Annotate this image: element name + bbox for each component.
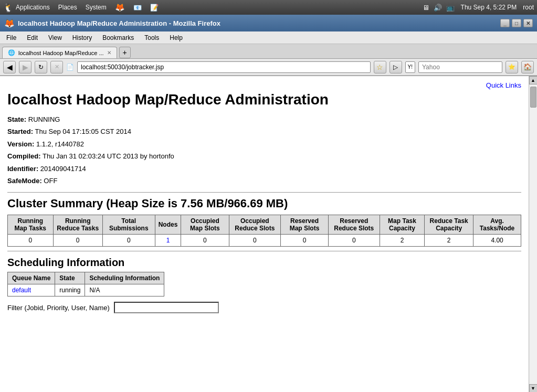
col-res-map: Reserved Map Slots	[281, 215, 329, 235]
address-input[interactable]	[77, 61, 371, 73]
applications-menu[interactable]: Applications	[16, 4, 50, 11]
scroll-thumb[interactable]	[530, 87, 536, 108]
bookmark-star[interactable]: ☆	[374, 61, 386, 73]
state-value: RUNNING	[28, 115, 60, 123]
filter-input[interactable]	[114, 302, 219, 313]
total-submissions-val: 0	[102, 235, 155, 247]
username: root	[523, 4, 534, 11]
compiled-label: Compiled:	[7, 152, 41, 160]
menu-bookmarks[interactable]: Bookmarks	[98, 33, 138, 43]
volume-icon: 🔊	[434, 4, 442, 12]
close-button[interactable]: ✕	[523, 19, 533, 27]
filter-label: Filter (Jobid, Priority, User, Name)	[7, 304, 110, 312]
scrollbar-right: ▲ ▼	[529, 76, 537, 392]
scroll-down-button[interactable]: ▼	[529, 384, 538, 392]
identifier-value: 201409041714	[40, 165, 86, 173]
col-map-cap: Map Task Capacity	[380, 215, 424, 235]
sched-state-val: running	[55, 284, 85, 296]
scheduling-table: Queue Name State Scheduling Information …	[7, 272, 164, 296]
version-value: 1.1.2, r1440782	[36, 140, 84, 148]
col-occ-map: Occupied Map Slots	[181, 215, 229, 235]
sched-data-row: default running N/A	[8, 284, 164, 296]
version-label: Version:	[7, 140, 34, 148]
running-map-val: 0	[8, 235, 54, 247]
state-label: State:	[7, 115, 26, 123]
back-button[interactable]: ◀	[3, 61, 16, 73]
forward-button[interactable]: ▶	[19, 61, 31, 73]
col-running-map: Running Map Tasks	[8, 215, 54, 235]
os-taskbar: 🐧 Applications Places System 🦊 📧 📝 🖥 🔊 📺…	[0, 0, 537, 15]
cluster-summary-title: Cluster Summary (Heap Size is 7.56 MB/96…	[7, 197, 521, 210]
cluster-table: Running Map Tasks Running Reduce Tasks T…	[7, 215, 521, 247]
menu-history[interactable]: History	[68, 33, 96, 43]
network-icon: 🖥	[423, 4, 429, 12]
cluster-data-row: 0 0 0 1 0 0 0 0 2 2 4.00	[8, 235, 521, 247]
menu-file[interactable]: File	[2, 33, 20, 43]
places-menu[interactable]: Places	[58, 4, 77, 11]
queue-link[interactable]: default	[12, 287, 31, 294]
started-label: Started:	[7, 128, 33, 135]
nodes-link[interactable]: 1	[166, 237, 170, 244]
avg-tasks-val: 4.00	[473, 235, 521, 247]
page-icon: 📄	[66, 63, 74, 71]
quick-links-link[interactable]: Quick Links	[486, 81, 521, 89]
tab-bar: 🌐 localhost Hadoop Map/Reduce ... ✕ +	[0, 44, 537, 59]
reload-button[interactable]: ↻	[35, 61, 47, 73]
menu-help[interactable]: Help	[165, 33, 187, 43]
go-button[interactable]: ▷	[389, 61, 402, 73]
nodes-val: 1	[155, 235, 181, 247]
browser-chrome: 🦊 localhost Hadoop Map/Reduce Administra…	[0, 15, 537, 76]
occ-reduce-val: 0	[229, 235, 281, 247]
map-cap-val: 2	[380, 235, 424, 247]
sched-col-queue: Queue Name	[8, 272, 55, 284]
sched-info-val: N/A	[85, 284, 164, 296]
display-icon: 📺	[446, 4, 455, 12]
scroll-track	[530, 84, 537, 384]
datetime: Thu Sep 4, 5:22 PM	[461, 4, 517, 11]
safemode-label: SafeMode:	[7, 177, 42, 185]
tab-close-button[interactable]: ✕	[107, 50, 111, 56]
taskbar-icons: 🖥 🔊 📺	[423, 4, 455, 12]
identifier-label: Identifier:	[7, 165, 38, 173]
menu-bar: File Edit View History Bookmarks Tools H…	[0, 31, 537, 44]
sched-col-info: Scheduling Information	[85, 272, 164, 284]
scheduling-title: Scheduling Information	[7, 257, 521, 269]
quick-links-section: Quick Links	[7, 81, 521, 89]
search-engine-icon: Y!	[408, 64, 413, 70]
edit-icon[interactable]: 📝	[150, 4, 159, 12]
mail-icon[interactable]: 📧	[133, 4, 142, 12]
res-reduce-val: 0	[328, 235, 380, 247]
bookmark-manager-button[interactable]: ⭐	[506, 61, 518, 73]
reduce-cap-val: 2	[425, 235, 473, 247]
info-section: State: RUNNING Started: Thu Sep 04 17:15…	[7, 113, 521, 187]
restore-button[interactable]: □	[512, 19, 521, 27]
minimize-button[interactable]: _	[500, 19, 510, 27]
compiled-value: Thu Jan 31 02:03:24 UTC 2013 by hortonfo	[43, 152, 174, 160]
home-button[interactable]: 🏠	[521, 61, 534, 73]
menu-edit[interactable]: Edit	[23, 33, 42, 43]
browser-title: localhost Hadoop Map/Reduce Administrati…	[18, 19, 220, 27]
new-tab-button[interactable]: +	[119, 47, 131, 58]
page-content: Quick Links localhost Hadoop Map/Reduce …	[0, 76, 529, 392]
firefox-icon[interactable]: 🦊	[115, 3, 125, 12]
tab-favicon: 🌐	[8, 49, 15, 56]
filter-section: Filter (Jobid, Priority, User, Name)	[7, 302, 521, 313]
occ-map-val: 0	[181, 235, 229, 247]
menu-tools[interactable]: Tools	[140, 33, 163, 43]
sched-queue-val: default	[8, 284, 55, 296]
col-res-reduce: Reserved Reduce Slots	[328, 215, 380, 235]
col-occ-reduce: Occupied Reduce Slots	[229, 215, 281, 235]
menu-view[interactable]: View	[44, 33, 66, 43]
col-avg-tasks: Avg. Tasks/Node	[473, 215, 521, 235]
browser-tab[interactable]: 🌐 localhost Hadoop Map/Reduce ... ✕	[2, 47, 117, 58]
search-input[interactable]	[418, 61, 502, 73]
scroll-up-button[interactable]: ▲	[529, 76, 538, 84]
page-title: localhost Hadoop Map/Reduce Administrati…	[7, 91, 521, 108]
address-bar: ◀ ▶ ↻ ✕ 📄 ☆ ▷ Y! ⭐ 🏠	[0, 59, 537, 76]
stop-button[interactable]: ✕	[50, 61, 63, 73]
col-running-reduce: Running Reduce Tasks	[53, 215, 102, 235]
firefox-logo: 🦊	[4, 18, 15, 28]
system-menu[interactable]: System	[86, 4, 107, 11]
running-reduce-val: 0	[53, 235, 102, 247]
col-total-submissions: Total Submissions	[102, 215, 155, 235]
